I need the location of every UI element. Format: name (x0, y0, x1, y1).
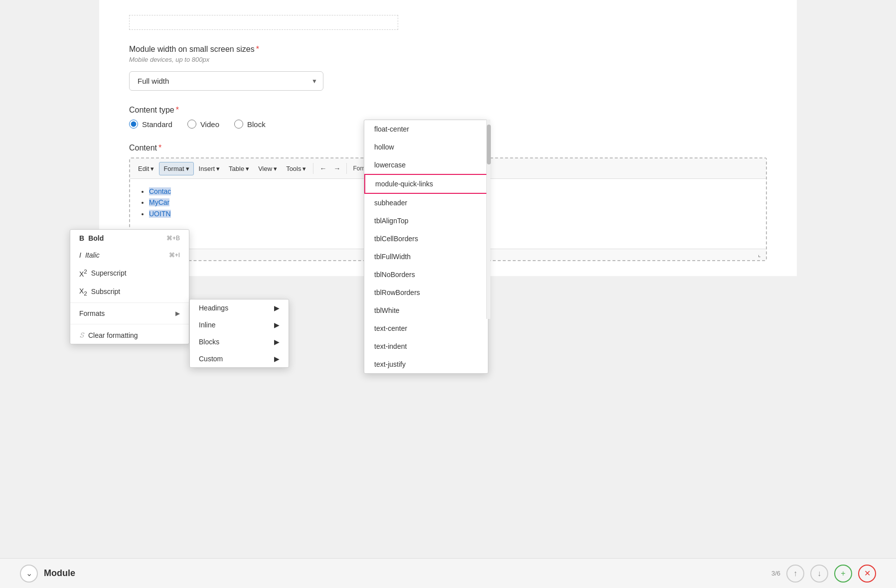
nav-up-btn[interactable]: ↑ (786, 565, 804, 583)
style-text-indent[interactable]: text-indent (364, 337, 488, 355)
link-contact[interactable]: Contac (149, 187, 171, 195)
style-tbl-cell-borders[interactable]: tblCellBorders (364, 230, 488, 248)
table-menu-btn[interactable]: Table ▾ (225, 162, 253, 175)
style-tbl-no-borders[interactable]: tblNoBorders (364, 266, 488, 284)
close-icon: ✕ (864, 569, 871, 578)
bottom-bar: ⌄ Module 3/6 ↑ ↓ + ✕ (0, 558, 896, 588)
subscript-label: Subscript (91, 288, 180, 295)
bottom-bar-title: Module (44, 568, 75, 579)
insert-menu-btn[interactable]: Insert ▾ (195, 162, 224, 175)
module-width-label-text: Module width on small screen sizes (129, 45, 255, 53)
down-icon: ↓ (817, 569, 821, 578)
format-clear[interactable]: 𝚂 Clear formatting (70, 326, 189, 344)
italic-label: Italic (85, 251, 169, 259)
format-menu-btn[interactable]: Format ▾ (159, 162, 193, 175)
radio-standard[interactable]: Standard (129, 120, 172, 129)
content-label-text: Content (129, 144, 157, 152)
superscript-icon: X2 (79, 268, 87, 278)
view-dropdown-icon: ▾ (274, 165, 277, 172)
bold-kbd: ⌘+B (166, 235, 180, 242)
nav-down-btn[interactable]: ↓ (810, 565, 828, 583)
format-bold[interactable]: B Bold ⌘+B (70, 230, 189, 247)
radio-video-label: Video (200, 120, 219, 129)
insert-dropdown-icon: ▾ (216, 165, 220, 172)
blocks-arrow-icon: ▶ (274, 338, 280, 346)
style-text-center[interactable]: text-center (364, 319, 488, 337)
style-tbl-full-width[interactable]: tblFullWidth (364, 248, 488, 266)
module-width-label: Module width on small screen sizes* (129, 45, 767, 54)
module-width-sublabel: Mobile devices, up to 800px (129, 56, 767, 63)
style-text-justify[interactable]: text-justify (364, 355, 488, 373)
bold-icon: B (79, 234, 84, 242)
module-width-select[interactable]: Full width Half width Quarter width (129, 71, 323, 91)
style-list-scrollbar[interactable] (486, 120, 490, 319)
bold-label: Bold (88, 234, 166, 242)
subscript-icon: X2 (79, 287, 87, 296)
radio-standard-input[interactable] (129, 120, 138, 129)
tools-menu-btn[interactable]: Tools ▾ (282, 162, 310, 175)
radio-video-input[interactable] (187, 120, 196, 129)
style-tbl-white[interactable]: tblWhite (364, 301, 488, 319)
formats-headings[interactable]: Headings ▶ (190, 299, 289, 316)
style-lowercase[interactable]: lowercase (364, 156, 488, 174)
add-btn[interactable]: + (834, 565, 852, 583)
redo-btn[interactable]: → (330, 162, 343, 175)
radio-block-input[interactable] (234, 120, 243, 129)
inline-label: Inline (199, 321, 274, 329)
format-superscript[interactable]: X2 Superscript (70, 264, 189, 283)
close-btn[interactable]: ✕ (858, 565, 876, 583)
style-hollow[interactable]: hollow (364, 138, 488, 156)
headings-label: Headings (199, 304, 274, 312)
content-required: * (158, 144, 161, 152)
clear-formatting-label: Clear formatting (88, 331, 180, 339)
bottom-bar-right: 3/6 ↑ ↓ + ✕ (771, 565, 876, 583)
tools-label: Tools (286, 165, 301, 172)
table-label: Table (229, 165, 244, 172)
format-formats[interactable]: Formats ▶ (70, 305, 189, 322)
undo-btn[interactable]: ← (316, 162, 329, 175)
style-tbl-row-borders[interactable]: tblRowBorders (364, 284, 488, 301)
style-float-center[interactable]: float-center (364, 120, 488, 138)
formats-label: Formats (79, 309, 175, 317)
style-module-quick-links[interactable]: module-quick-links (364, 174, 488, 194)
formats-blocks[interactable]: Blocks ▶ (190, 333, 289, 350)
format-label: Format (163, 165, 184, 172)
module-width-required: * (256, 45, 259, 53)
collapse-icon: ⌄ (26, 569, 32, 578)
link-mycar[interactable]: MyCar (149, 198, 169, 206)
italic-kbd: ⌘+I (169, 252, 180, 259)
bottom-bar-left: ⌄ Module (20, 565, 75, 583)
radio-block[interactable]: Block (234, 120, 266, 129)
view-label: View (258, 165, 272, 172)
italic-icon: I (79, 251, 81, 259)
format-dropdown-icon: ▾ (186, 165, 189, 172)
radio-video[interactable]: Video (187, 120, 219, 129)
formats-inline[interactable]: Inline ▶ (190, 316, 289, 333)
page-indicator: 3/6 (771, 570, 780, 577)
style-tbl-align-top[interactable]: tblAlignTop (364, 212, 488, 230)
link-uoitn[interactable]: UOITN (149, 210, 171, 218)
content-type-label: Content type* (129, 106, 767, 115)
add-icon: + (841, 569, 845, 578)
format-divider-2 (70, 324, 189, 324)
edit-menu-btn[interactable]: Edit ▾ (134, 162, 158, 175)
table-dropdown-icon: ▾ (246, 165, 249, 172)
format-italic[interactable]: I Italic ⌘+I (70, 247, 189, 264)
top-input-partial (129, 15, 398, 30)
formats-custom[interactable]: Custom ▶ (190, 350, 289, 367)
radio-block-label: Block (247, 120, 266, 129)
edit-dropdown-icon: ▾ (150, 165, 154, 172)
content-type-required: * (176, 106, 179, 114)
view-menu-btn[interactable]: View ▾ (254, 162, 281, 175)
format-subscript[interactable]: X2 Subscript (70, 283, 189, 301)
custom-arrow-icon: ▶ (274, 355, 280, 363)
collapse-btn[interactable]: ⌄ (20, 565, 38, 583)
clear-formatting-icon: 𝚂 (79, 331, 84, 339)
format-dropdown-menu: B Bold ⌘+B I Italic ⌘+I X2 Superscript X… (70, 229, 189, 344)
toolbar-sep-1 (313, 163, 313, 174)
scrollbar-thumb[interactable] (487, 125, 491, 164)
style-subheader[interactable]: subheader (364, 194, 488, 212)
superscript-label: Superscript (91, 269, 180, 277)
headings-arrow-icon: ▶ (274, 304, 280, 312)
resize-handle[interactable]: ⌞ (758, 251, 761, 258)
